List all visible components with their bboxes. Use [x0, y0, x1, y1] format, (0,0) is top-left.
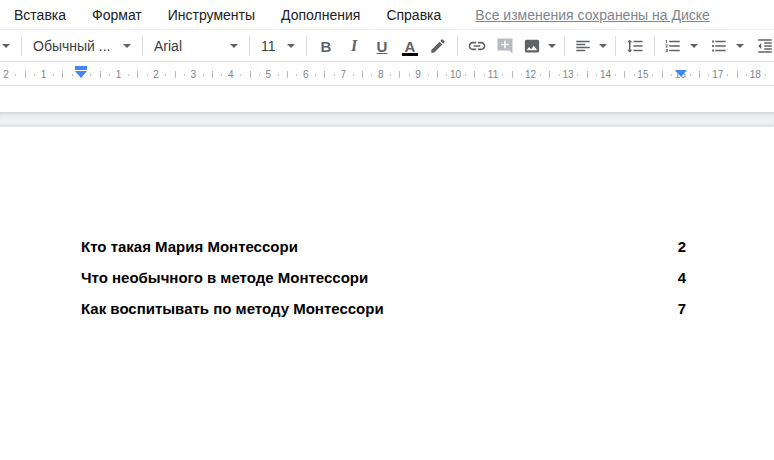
horizontal-ruler[interactable]: 21123456789101112131415161718 [0, 63, 774, 86]
ruler-tick [278, 74, 279, 76]
toc-entry-page: 2 [678, 238, 686, 255]
menu-format[interactable]: Формат [79, 0, 155, 30]
ruler-tick [521, 74, 522, 76]
first-line-indent-marker[interactable] [75, 66, 87, 70]
numbered-list-dropdown[interactable] [686, 34, 702, 58]
ruler-tick [203, 74, 204, 76]
bulleted-list-icon [710, 37, 728, 55]
italic-button[interactable]: I [340, 34, 368, 58]
bold-button[interactable]: B [312, 34, 340, 58]
align-dropdown[interactable] [596, 34, 610, 58]
zoom-dropdown-arrow[interactable] [0, 34, 16, 58]
left-indent-marker[interactable] [75, 66, 87, 78]
ruler-tick [399, 71, 400, 78]
insert-image-dropdown[interactable] [545, 34, 559, 58]
ruler-number: 1 [41, 63, 47, 86]
ruler-tick [147, 74, 148, 76]
paragraph-style-dropdown[interactable]: Обычный ... [27, 34, 137, 58]
ruler-tick [90, 74, 91, 76]
bulleted-list-button[interactable] [706, 34, 732, 58]
toc-row[interactable]: Кто такая Мария Монтессори 2 [81, 231, 686, 262]
table-of-contents: Кто такая Мария Монтессори 2 Что необычн… [81, 231, 686, 324]
document-canvas[interactable]: Кто такая Мария Монтессори 2 Что необычн… [0, 87, 774, 460]
ruler-number: 1 [116, 63, 122, 86]
chevron-down-icon [690, 44, 698, 48]
ruler-tick [137, 71, 138, 78]
ruler-tick [615, 74, 616, 76]
ruler-tick [175, 71, 176, 78]
ruler-number: 4 [228, 63, 234, 86]
font-family-dropdown[interactable]: Arial [148, 34, 244, 58]
ruler-tick [540, 74, 541, 76]
align-button[interactable] [570, 34, 596, 58]
ruler-tick [596, 74, 597, 76]
ruler-tick [690, 74, 691, 76]
ruler-number: 15 [637, 63, 648, 86]
ruler-tick [549, 71, 550, 78]
ruler-tick [559, 74, 560, 76]
ruler-tick [390, 74, 391, 76]
ruler-tick [446, 74, 447, 76]
image-icon [523, 37, 541, 55]
bulleted-list-dropdown[interactable] [732, 34, 748, 58]
insert-link-button[interactable] [463, 34, 491, 58]
indent-decrease-button[interactable] [752, 34, 774, 58]
menu-help[interactable]: Справка [373, 0, 454, 30]
toc-entry-title: Кто такая Мария Монтессори [81, 238, 298, 255]
menu-insert[interactable]: Вставка [0, 0, 79, 30]
toc-row[interactable]: Как воспитывать по методу Монтессори 7 [81, 293, 686, 324]
line-spacing-icon [626, 37, 644, 55]
underline-button[interactable]: U [368, 34, 396, 58]
ruler-tick [652, 74, 653, 76]
toc-row[interactable]: Что необычного в методе Монтессори 4 [81, 262, 686, 293]
font-size-dropdown[interactable]: 11 [255, 34, 301, 58]
toolbar-separator [564, 36, 565, 56]
ruler-tick [250, 71, 251, 78]
chevron-down-icon [2, 44, 10, 48]
ruler-tick [484, 74, 485, 76]
saved-status-link[interactable]: Все изменения сохранены на Диске [475, 7, 710, 23]
align-left-icon [574, 37, 592, 55]
ruler-tick [315, 74, 316, 76]
toolbar-separator [249, 36, 250, 56]
add-comment-button[interactable] [491, 34, 519, 58]
highlight-color-button[interactable] [424, 34, 452, 58]
ruler-tick [128, 74, 129, 76]
ruler-number: 9 [415, 63, 421, 86]
ruler-tick [474, 71, 475, 78]
text-color-button[interactable]: A [396, 34, 424, 58]
ruler-tick [221, 74, 222, 76]
ruler-tick [165, 74, 166, 76]
paragraph-style-value: Обычный ... [33, 38, 110, 54]
toolbar: Обычный ... Arial 11 B I U A [0, 31, 774, 62]
text-color-swatch [402, 53, 418, 56]
ruler-tick [353, 74, 354, 76]
ruler-number: 2 [3, 63, 9, 86]
ruler-tick [25, 71, 26, 78]
ruler-tick [746, 74, 747, 76]
line-spacing-button[interactable] [621, 34, 649, 58]
left-indent-triangle-icon [75, 71, 87, 78]
ruler-tick [624, 71, 625, 78]
ruler-tick [765, 74, 766, 76]
menu-tools[interactable]: Инструменты [155, 0, 268, 30]
ruler-number: 3 [191, 63, 197, 86]
add-comment-icon [496, 37, 514, 55]
chevron-down-icon [736, 44, 744, 48]
toc-entry-page: 4 [678, 269, 686, 286]
toc-entry-page: 7 [678, 300, 686, 317]
ruler-tick [587, 71, 588, 78]
ruler-tick [727, 74, 728, 76]
ruler-number: 2 [153, 63, 159, 86]
toolbar-separator [457, 36, 458, 56]
right-indent-marker[interactable] [675, 70, 687, 77]
menu-addons[interactable]: Дополнения [268, 0, 373, 30]
ruler-number: 17 [712, 63, 723, 86]
ruler-tick [577, 74, 578, 76]
toc-entry-title: Как воспитывать по методу Монтессори [81, 300, 384, 317]
numbered-list-button[interactable] [660, 34, 686, 58]
ruler-tick [437, 71, 438, 78]
ruler-tick [240, 74, 241, 76]
insert-image-button[interactable] [519, 34, 545, 58]
ruler-tick [259, 74, 260, 76]
